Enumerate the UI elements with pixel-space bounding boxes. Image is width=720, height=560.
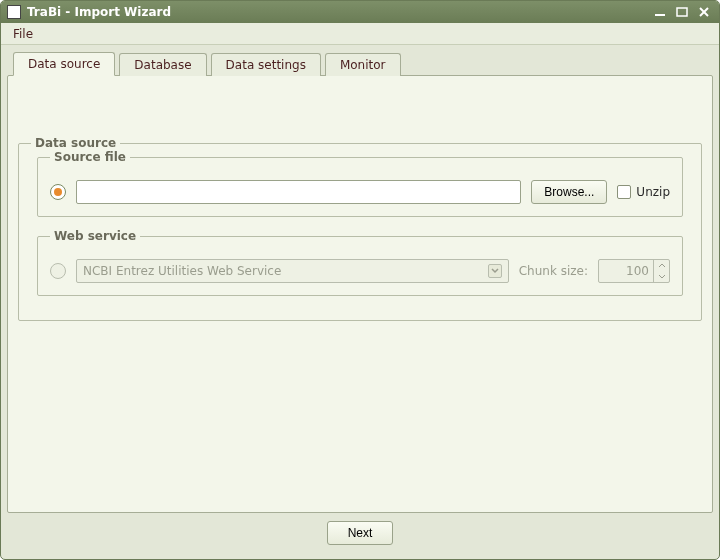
- tab-data-source[interactable]: Data source: [13, 52, 115, 76]
- spinner-controls: [653, 260, 669, 282]
- source-file-input[interactable]: [76, 180, 521, 204]
- menubar: File: [1, 23, 719, 45]
- tab-data-settings[interactable]: Data settings: [211, 53, 321, 76]
- fieldset-data-source: Data source Source file Browse... Unzip: [18, 136, 702, 321]
- legend-data-source: Data source: [31, 136, 120, 150]
- tabstrip: Data source Database Data settings Monit…: [13, 51, 713, 75]
- titlebar: TraBi - Import Wizard: [1, 1, 719, 23]
- svg-rect-1: [677, 8, 687, 16]
- minimize-button[interactable]: [651, 5, 669, 19]
- chunk-size-spinner: 100: [598, 259, 670, 283]
- web-service-combo: NCBI Entrez Utilities Web Service: [76, 259, 509, 283]
- fieldset-web-service: Web service NCBI Entrez Utilities Web Se…: [37, 229, 683, 296]
- window-title: TraBi - Import Wizard: [27, 5, 171, 19]
- maximize-button[interactable]: [673, 5, 691, 19]
- next-button[interactable]: Next: [327, 521, 393, 545]
- spinner-down-icon: [654, 271, 669, 282]
- chunk-size-value: 100: [599, 264, 653, 278]
- unzip-label: Unzip: [636, 185, 670, 199]
- web-service-combo-value: NCBI Entrez Utilities Web Service: [83, 264, 281, 278]
- radio-web-service[interactable]: [50, 263, 66, 279]
- app-icon: [7, 5, 21, 19]
- close-button[interactable]: [695, 5, 713, 19]
- legend-source-file: Source file: [50, 150, 130, 164]
- fieldset-source-file: Source file Browse... Unzip: [37, 150, 683, 217]
- client-area: Data source Database Data settings Monit…: [1, 45, 719, 559]
- spinner-up-icon: [654, 260, 669, 271]
- tabpanel-data-source: Data source Source file Browse... Unzip: [7, 75, 713, 513]
- unzip-checkbox[interactable]: [617, 185, 631, 199]
- unzip-checkbox-wrap[interactable]: Unzip: [617, 185, 670, 199]
- radio-source-file[interactable]: [50, 184, 66, 200]
- import-wizard-window: TraBi - Import Wizard File Data source D…: [0, 0, 720, 560]
- legend-web-service: Web service: [50, 229, 140, 243]
- chunk-size-label: Chunk size:: [519, 264, 588, 278]
- footer: Next: [7, 513, 713, 553]
- menu-file[interactable]: File: [7, 25, 39, 43]
- browse-button[interactable]: Browse...: [531, 180, 607, 204]
- tab-monitor[interactable]: Monitor: [325, 53, 401, 76]
- chevron-down-icon: [488, 264, 502, 278]
- tab-database[interactable]: Database: [119, 53, 206, 76]
